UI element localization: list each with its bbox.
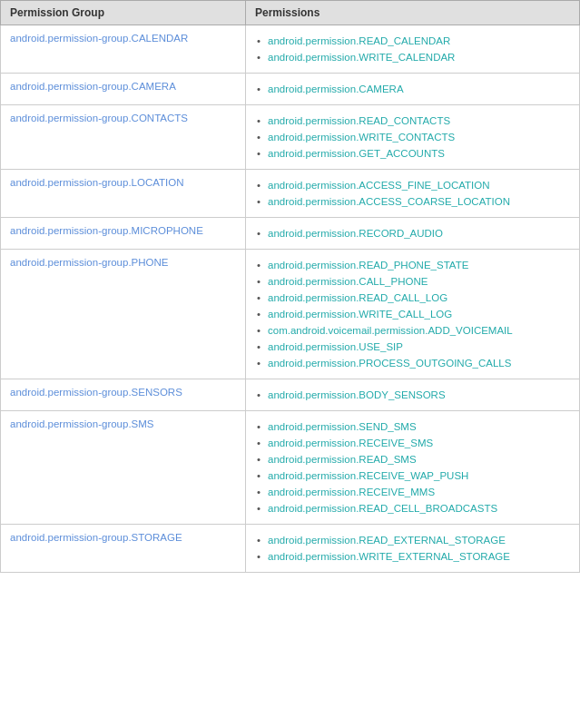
list-item: android.permission.RECEIVE_WAP_PUSH — [255, 467, 570, 484]
table-row: android.permission-group.PHONEandroid.pe… — [1, 250, 580, 379]
permissions-cell: android.permission.READ_PHONE_STATEandro… — [246, 250, 580, 379]
list-item: android.permission.WRITE_CALENDAR — [255, 49, 570, 65]
permissions-list: android.permission.READ_CALENDARandroid.… — [255, 33, 570, 65]
table-row: android.permission-group.CONTACTSandroid… — [1, 105, 580, 170]
permissions-cell: android.permission.READ_CONTACTSandroid.… — [246, 105, 580, 170]
list-item: android.permission.READ_CALL_LOG — [255, 290, 570, 306]
permission-group-cell: android.permission-group.STORAGE — [1, 525, 246, 573]
list-item: android.permission.SEND_SMS — [255, 418, 570, 435]
list-item: android.permission.READ_EXTERNAL_STORAGE — [255, 532, 570, 548]
list-item: android.permission.BODY_SENSORS — [255, 387, 570, 403]
list-item: android.permission.READ_CONTACTS — [255, 113, 570, 129]
permission-group-cell: android.permission-group.SMS — [1, 411, 246, 525]
list-item: android.permission.USE_SIP — [255, 339, 570, 355]
table-row: android.permission-group.CAMERAandroid.p… — [1, 74, 580, 105]
list-item: com.android.voicemail.permission.ADD_VOI… — [255, 322, 570, 339]
list-item: android.permission.WRITE_CALL_LOG — [255, 306, 570, 322]
permission-group-cell: android.permission-group.CALENDAR — [1, 25, 246, 74]
permissions-cell: android.permission.BODY_SENSORS — [246, 379, 580, 411]
permissions-list: android.permission.ACCESS_FINE_LOCATIONa… — [255, 177, 570, 210]
permissions-table: Permission Group Permissions android.per… — [0, 0, 580, 573]
list-item: android.permission.READ_PHONE_STATE — [255, 257, 570, 273]
list-item: android.permission.CALL_PHONE — [255, 273, 570, 290]
list-item: android.permission.RECEIVE_MMS — [255, 484, 570, 500]
permissions-cell: android.permission.RECORD_AUDIO — [246, 218, 580, 250]
list-item: android.permission.ACCESS_COARSE_LOCATIO… — [255, 193, 570, 210]
permissions-list: android.permission.RECORD_AUDIO — [255, 225, 570, 241]
permissions-list: android.permission.SEND_SMSandroid.permi… — [255, 418, 570, 516]
table-row: android.permission-group.STORAGEandroid.… — [1, 525, 580, 573]
table-row: android.permission-group.MICROPHONEandro… — [1, 218, 580, 250]
permissions-list: android.permission.READ_CONTACTSandroid.… — [255, 113, 570, 162]
permissions-cell: android.permission.READ_CALENDARandroid.… — [246, 25, 580, 74]
list-item: android.permission.READ_SMS — [255, 451, 570, 467]
permission-group-cell: android.permission-group.SENSORS — [1, 379, 246, 411]
permissions-list: android.permission.READ_EXTERNAL_STORAGE… — [255, 532, 570, 565]
permissions-cell: android.permission.ACCESS_FINE_LOCATIONa… — [246, 170, 580, 218]
permission-group-cell: android.permission-group.CONTACTS — [1, 105, 246, 170]
permission-group-cell: android.permission-group.MICROPHONE — [1, 218, 246, 250]
table-row: android.permission-group.LOCATIONandroid… — [1, 170, 580, 218]
list-item: android.permission.CAMERA — [255, 81, 570, 97]
table-row: android.permission-group.SENSORSandroid.… — [1, 379, 580, 411]
list-item: android.permission.RECEIVE_SMS — [255, 435, 570, 451]
permissions-list: android.permission.BODY_SENSORS — [255, 387, 570, 403]
list-item: android.permission.PROCESS_OUTGOING_CALL… — [255, 355, 570, 371]
col-header-permissions: Permissions — [246, 1, 580, 25]
permissions-list: android.permission.CAMERA — [255, 81, 570, 97]
permission-group-cell: android.permission-group.CAMERA — [1, 74, 246, 105]
permission-group-cell: android.permission-group.PHONE — [1, 250, 246, 379]
col-header-group: Permission Group — [1, 1, 246, 25]
list-item: android.permission.READ_CALENDAR — [255, 33, 570, 49]
permissions-cell: android.permission.READ_EXTERNAL_STORAGE… — [246, 525, 580, 573]
list-item: android.permission.GET_ACCOUNTS — [255, 145, 570, 162]
table-row: android.permission-group.SMSandroid.perm… — [1, 411, 580, 525]
list-item: android.permission.READ_CELL_BROADCASTS — [255, 500, 570, 516]
list-item: android.permission.WRITE_CONTACTS — [255, 129, 570, 145]
permissions-cell: android.permission.CAMERA — [246, 74, 580, 105]
permissions-cell: android.permission.SEND_SMSandroid.permi… — [246, 411, 580, 525]
list-item: android.permission.WRITE_EXTERNAL_STORAG… — [255, 548, 570, 565]
permission-group-cell: android.permission-group.LOCATION — [1, 170, 246, 218]
table-row: android.permission-group.CALENDARandroid… — [1, 25, 580, 74]
permissions-list: android.permission.READ_PHONE_STATEandro… — [255, 257, 570, 371]
list-item: android.permission.ACCESS_FINE_LOCATION — [255, 177, 570, 193]
list-item: android.permission.RECORD_AUDIO — [255, 225, 570, 241]
